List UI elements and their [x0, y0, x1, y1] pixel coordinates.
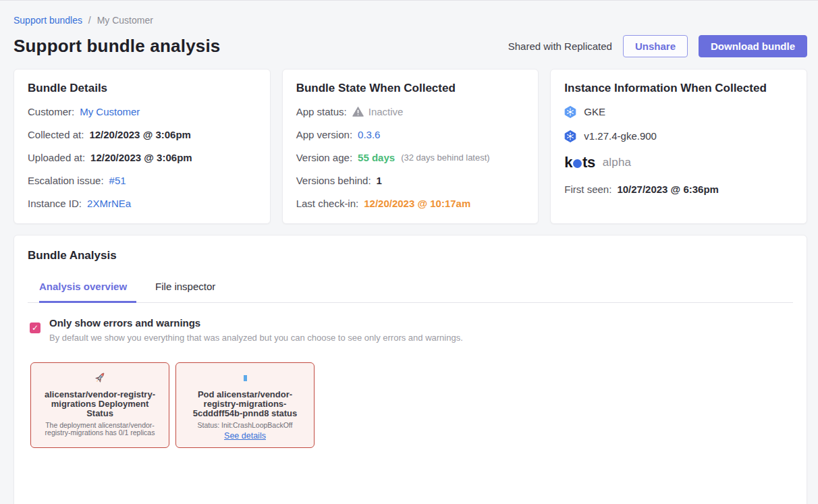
first-seen-row: First seen: 10/27/2023 @ 6:36pm [564, 183, 793, 196]
kots-channel: alpha [603, 156, 632, 169]
see-details-link[interactable]: See details [224, 431, 266, 441]
instance-info-title: Instance Information When Collected [564, 82, 793, 95]
versions-behind-label: Versions behind: [296, 175, 371, 186]
breadcrumb: Support bundles / My Customer [13, 1, 807, 26]
error-cards-row: alicenstar/vendor-registry-migrations De… [28, 362, 793, 448]
customer-label: Customer: [28, 106, 74, 117]
support-bundle-page: Support bundles / My Customer Support bu… [0, 1, 818, 504]
uploaded-at-value: 12/20/2023 @ 3:06pm [90, 152, 192, 163]
escalation-issue-link[interactable]: #51 [109, 175, 126, 186]
versions-behind-value: 1 [377, 175, 382, 186]
instance-info-card: Instance Information When Collected GKE … [550, 69, 807, 224]
kubernetes-icon [564, 130, 576, 142]
app-status-value: Inactive [369, 106, 404, 117]
kots-logo: kts [564, 154, 595, 171]
distribution-value: GKE [584, 106, 605, 117]
k8s-version-value: v1.27.4-gke.900 [584, 130, 657, 142]
instance-id-link[interactable]: 2XMrNEa [87, 198, 131, 209]
app-status-label: App status: [296, 106, 347, 117]
info-cards-row: Bundle Details Customer: My Customer Col… [13, 69, 807, 224]
pod-icon [244, 370, 247, 386]
version-age-row: Version age: 55 days (32 days behind lat… [296, 151, 525, 164]
version-age-label: Version age: [296, 152, 352, 163]
app-status-row: App status: Inactive [296, 105, 525, 118]
bundle-details-card: Bundle Details Customer: My Customer Col… [13, 69, 271, 224]
unshare-button[interactable]: Unshare [623, 35, 688, 57]
collected-at-label: Collected at: [28, 129, 84, 140]
kots-logo-ts: ts [582, 154, 595, 171]
breadcrumb-separator: / [88, 15, 91, 26]
analysis-tabs: Analysis overview File inspector [28, 281, 793, 303]
error-card-description: Status: Init:CrashLoopBackOff [197, 422, 292, 429]
collected-at-value: 12/20/2023 @ 3:06pm [89, 129, 191, 140]
instance-id-row: Instance ID: 2XMrNEa [28, 197, 256, 210]
rocket-icon [92, 370, 107, 386]
tab-analysis-overview[interactable]: Analysis overview [39, 281, 136, 303]
distribution-row: GKE [564, 105, 793, 118]
bundle-state-title: Bundle State When Collected [296, 82, 525, 95]
kots-logo-o-icon [573, 159, 582, 168]
errors-warnings-checkbox[interactable]: ✓ [30, 323, 40, 333]
k8s-version-row: v1.27.4-gke.900 [564, 130, 793, 142]
gke-icon [564, 106, 576, 118]
deployment-status-error-card: alicenstar/vendor-registry-migrations De… [30, 362, 169, 448]
first-seen-label: First seen: [564, 184, 611, 195]
shared-status-text: Shared with Replicated [508, 40, 612, 52]
filter-description: By default we show you everything that w… [49, 333, 463, 343]
escalation-issue-row: Escalation issue: #51 [28, 174, 256, 187]
bundle-analysis-title: Bundle Analysis [28, 249, 793, 262]
customer-row: Customer: My Customer [28, 105, 256, 118]
pod-status-error-card: Pod alicenstar/vendor-registry-migration… [175, 362, 315, 448]
error-card-description: The deployment alicenstar/vendor-registr… [40, 422, 159, 437]
tab-file-inspector[interactable]: File inspector [155, 281, 225, 302]
uploaded-at-label: Uploaded at: [28, 152, 85, 163]
kots-logo-k: k [564, 154, 572, 171]
header-actions: Shared with Replicated Unshare Download … [508, 35, 807, 57]
uploaded-at-row: Uploaded at: 12/20/2023 @ 3:06pm [28, 151, 256, 164]
collected-at-row: Collected at: 12/20/2023 @ 3:06pm [28, 128, 256, 141]
filter-text: Only show errors and warnings By default… [49, 317, 463, 343]
first-seen-value: 10/27/2023 @ 6:36pm [617, 184, 719, 195]
error-card-title: alicenstar/vendor-registry-migrations De… [40, 390, 159, 418]
app-version-label: App version: [296, 129, 352, 140]
error-card-title: Pod alicenstar/vendor-registry-migration… [186, 390, 304, 418]
kots-row: kts alpha [564, 154, 793, 171]
version-age-note: (32 days behind latest) [401, 152, 490, 163]
breadcrumb-support-bundles-link[interactable]: Support bundles [13, 15, 82, 26]
last-checkin-row: Last check-in: 12/20/2023 @ 10:17am [296, 197, 525, 210]
filter-label: Only show errors and warnings [49, 317, 463, 329]
download-bundle-button[interactable]: Download bundle [699, 35, 807, 57]
last-checkin-value: 12/20/2023 @ 10:17am [364, 198, 470, 209]
warning-icon [352, 107, 364, 117]
escalation-issue-label: Escalation issue: [28, 175, 104, 186]
breadcrumb-current: My Customer [97, 15, 153, 26]
filter-row: ✓ Only show errors and warnings By defau… [28, 317, 793, 343]
page-header: Support bundle analysis Shared with Repl… [13, 35, 807, 57]
app-version-row: App version: 0.3.6 [296, 128, 525, 141]
last-checkin-label: Last check-in: [296, 198, 359, 209]
bundle-analysis-card: Bundle Analysis Analysis overview File i… [13, 235, 807, 504]
version-age-value: 55 days [358, 152, 395, 163]
bundle-details-title: Bundle Details [28, 82, 256, 95]
customer-link[interactable]: My Customer [80, 106, 140, 117]
bundle-state-card: Bundle State When Collected App status: … [282, 69, 539, 224]
instance-id-label: Instance ID: [28, 198, 82, 209]
page-title: Support bundle analysis [13, 36, 221, 57]
app-version-link[interactable]: 0.3.6 [358, 129, 380, 140]
versions-behind-row: Versions behind: 1 [296, 174, 525, 187]
